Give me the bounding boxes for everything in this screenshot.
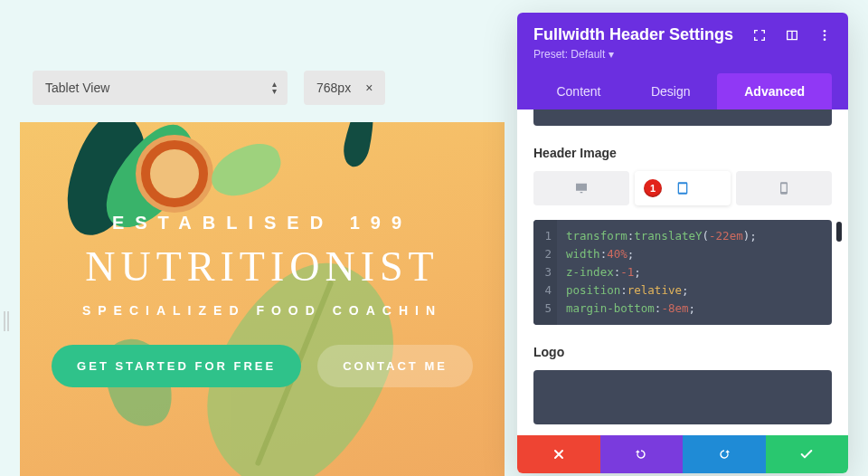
view-select-label: Tablet View bbox=[45, 81, 109, 95]
notification-badge: 1 bbox=[644, 179, 662, 197]
tab-advanced[interactable]: Advanced bbox=[717, 73, 832, 109]
cta-primary-button[interactable]: GET STARTED FOR FREE bbox=[52, 345, 301, 387]
scrollbar-thumb[interactable] bbox=[836, 222, 842, 242]
hero-title: NUTRITIONIST bbox=[20, 243, 505, 290]
chevron-down-icon: ▾ bbox=[609, 48, 614, 61]
phone-icon bbox=[777, 181, 791, 195]
preview-canvas: ESTABLISED 199 NUTRITIONIST SPECIALIZED … bbox=[20, 122, 505, 476]
settings-panel: Fullwidth Header Settings Preset: Defaul… bbox=[517, 13, 848, 473]
kebab-menu-icon[interactable] bbox=[817, 28, 832, 43]
section-label-logo: Logo bbox=[533, 345, 832, 359]
undo-icon bbox=[634, 447, 648, 462]
svg-point-2 bbox=[824, 38, 826, 41]
tab-content[interactable]: Content bbox=[533, 73, 624, 109]
svg-point-1 bbox=[824, 33, 826, 36]
tablet-icon bbox=[675, 181, 690, 195]
tab-design[interactable]: Design bbox=[624, 73, 717, 109]
device-tab-desktop[interactable] bbox=[533, 171, 629, 205]
view-select[interactable]: Tablet View ▴▾ bbox=[33, 71, 288, 105]
section-label-header-image: Header Image bbox=[533, 146, 832, 160]
redo-button[interactable] bbox=[683, 435, 766, 473]
hero-subtitle: SPECIALIZED FOOD COACHIN bbox=[20, 303, 505, 318]
desktop-icon bbox=[574, 181, 589, 195]
check-icon bbox=[799, 447, 814, 462]
device-tab-phone[interactable] bbox=[736, 171, 832, 205]
close-icon[interactable]: × bbox=[365, 81, 373, 95]
cta-secondary-button[interactable]: CONTACT ME bbox=[317, 345, 473, 387]
chevron-updown-icon: ▴▾ bbox=[272, 81, 275, 95]
collapsed-code-block[interactable] bbox=[533, 109, 832, 126]
save-button[interactable] bbox=[766, 435, 849, 473]
logo-code-editor[interactable] bbox=[533, 370, 832, 424]
focus-icon[interactable] bbox=[752, 28, 767, 43]
hero-overline: ESTABLISED 199 bbox=[20, 213, 505, 233]
css-code-editor[interactable]: 12345 transform:translateY(-22em); width… bbox=[533, 220, 832, 325]
svg-point-0 bbox=[824, 30, 826, 33]
viewport-width-value: 768px bbox=[316, 81, 351, 95]
redo-icon bbox=[717, 447, 731, 462]
resize-handle[interactable] bbox=[4, 311, 9, 331]
panel-title: Fullwidth Header Settings bbox=[533, 25, 733, 44]
device-tab-tablet[interactable]: 1 bbox=[635, 171, 731, 205]
code-content[interactable]: transform:translateY(-22em); width:40%; … bbox=[557, 220, 766, 325]
columns-icon[interactable] bbox=[785, 28, 799, 43]
code-gutter: 12345 bbox=[533, 220, 557, 325]
undo-button[interactable] bbox=[600, 435, 684, 473]
cancel-button[interactable] bbox=[517, 435, 600, 473]
viewport-width-field[interactable]: 768px × bbox=[304, 71, 385, 105]
preset-dropdown[interactable]: Preset: Default ▾ bbox=[533, 48, 832, 61]
close-icon bbox=[552, 447, 566, 462]
